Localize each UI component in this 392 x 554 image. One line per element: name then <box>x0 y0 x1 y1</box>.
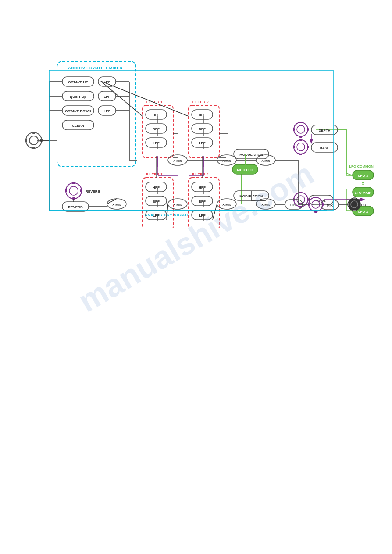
lfo-common-label: LFO COMMON <box>349 164 374 168</box>
filter3-bpf-label: BPF <box>153 200 160 204</box>
lpf3-label: LPF <box>103 109 110 113</box>
svg-rect-38 <box>32 132 35 134</box>
filter1-hpf-label: HPF <box>153 113 160 117</box>
svg-rect-117 <box>80 189 82 192</box>
svg-rect-92 <box>299 139 302 141</box>
svg-rect-127 <box>314 211 317 213</box>
hpf-final-label: HPF <box>290 203 297 207</box>
filter1-bpf-label: BPF <box>153 127 160 131</box>
filter4-lpf-label: LPF <box>199 214 205 218</box>
svg-point-113 <box>69 186 78 195</box>
svg-rect-93 <box>299 154 302 155</box>
mix-label: MIX <box>327 204 333 207</box>
svg-rect-128 <box>308 203 310 206</box>
svg-point-83 <box>294 122 308 136</box>
filter2-bpf-label: BPF <box>199 127 206 131</box>
xmix5-label: X-MIX <box>173 203 182 206</box>
filter4-hpf-label: HPF <box>199 186 206 189</box>
modulation1-label: MODULATION <box>239 153 263 157</box>
svg-line-151 <box>167 204 168 220</box>
svg-line-7 <box>101 81 189 116</box>
lfo-main-label: LFO MAIN <box>355 191 372 195</box>
octave-up-label: OCTAVE UP <box>68 80 88 84</box>
svg-rect-86 <box>299 136 302 138</box>
filter2-hpf-label: HPF <box>199 113 206 117</box>
filter2-lpf-label: LPF <box>199 141 205 145</box>
xmix6-label: X-MIX <box>222 203 231 206</box>
in-label: IN <box>39 139 42 143</box>
clean-label: CLEAN <box>72 124 84 128</box>
svg-point-37 <box>29 136 38 145</box>
svg-rect-102 <box>307 198 309 201</box>
svg-rect-134 <box>353 210 356 211</box>
quint-up-label: QUINT Up <box>70 95 86 99</box>
reverb-knob-label: REVERB <box>86 189 100 193</box>
svg-point-124 <box>309 197 323 211</box>
svg-point-91 <box>297 143 305 151</box>
svg-rect-40 <box>25 139 27 142</box>
xmix2-label: X-MIX <box>222 159 231 162</box>
svg-point-125 <box>312 200 320 208</box>
lfo3-label: LFO 3 <box>358 174 368 178</box>
xmix1-label: X-MIX <box>173 159 182 162</box>
svg-point-112 <box>66 183 82 199</box>
lpf1-label: LPF <box>103 80 110 84</box>
filter3-lpf-label: LPF <box>153 214 159 218</box>
signal-flow-diagram: ADDITIVE SYNTH + MIXER FILTER 1 FILTER 2… <box>13 44 381 228</box>
svg-rect-39 <box>32 147 35 149</box>
out-label: OUT <box>361 203 368 207</box>
svg-rect-99 <box>299 192 302 193</box>
svg-rect-116 <box>65 189 67 192</box>
svg-rect-88 <box>307 128 309 131</box>
octave-down-label: OCTAVE DOWN <box>65 109 91 113</box>
depth-label: DEPTH <box>318 129 330 132</box>
filter1-label: FILTER 1 <box>146 100 163 104</box>
svg-rect-114 <box>72 182 75 184</box>
filter2-label: FILTER 2 <box>192 100 209 104</box>
svg-rect-85 <box>299 122 302 123</box>
reverb-box-label: REVERB <box>68 205 83 209</box>
svg-rect-87 <box>293 128 295 131</box>
svg-rect-129 <box>322 203 324 206</box>
svg-point-90 <box>294 140 308 154</box>
base-label: BASE <box>320 146 330 150</box>
svg-point-131 <box>348 198 360 211</box>
svg-rect-126 <box>314 197 317 198</box>
svg-rect-0 <box>57 61 136 167</box>
lfo2-label: LFO 2 <box>358 210 368 214</box>
filter1-lpf-label: LPF <box>153 141 159 145</box>
filter4-bpf-label: BPF <box>199 200 206 204</box>
diagram-container: ADDITIVE SYNTH + MIXER FILTER 1 FILTER 2… <box>13 44 381 228</box>
svg-rect-95 <box>307 146 309 148</box>
xmix7-label: X-MIX <box>261 203 270 206</box>
svg-point-84 <box>297 125 305 133</box>
filter3-hpf-label: HPF <box>153 186 160 189</box>
xmix3-label: X-MIX <box>261 159 270 162</box>
additive-synth-label: ADDITIVE SYNTH + MIXER <box>68 66 123 70</box>
svg-rect-133 <box>353 197 356 199</box>
lpf2-label: LPF <box>103 95 110 99</box>
svg-rect-94 <box>293 146 295 148</box>
svg-line-152 <box>213 204 217 220</box>
xmix4-label: X-MIX <box>112 203 121 206</box>
